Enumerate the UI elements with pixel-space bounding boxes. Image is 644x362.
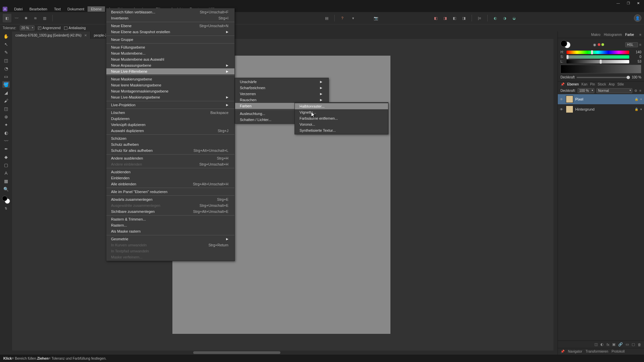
- menu-item[interactable]: Voronoi...: [295, 121, 388, 127]
- quick-mask-icon[interactable]: ▤: [322, 14, 331, 22]
- persona-develop-icon[interactable]: ✺: [21, 14, 30, 22]
- menu-item[interactable]: Neue Maskierungsebene: [106, 76, 234, 82]
- swap-colors-icon[interactable]: ⇅: [2, 205, 10, 212]
- layer-delete-icon[interactable]: 🗑: [638, 343, 641, 347]
- menu-item[interactable]: Bereich füllen verblassen...Strg+Umschal…: [106, 9, 234, 15]
- menu-bearbeiten[interactable]: Bearbeiten: [26, 6, 51, 12]
- menu-dokument[interactable]: Dokument: [64, 6, 88, 12]
- snapshot-icon[interactable]: 📷: [372, 14, 380, 22]
- menu-item[interactable]: Neue Live-Maskierungsebene▶: [106, 94, 234, 100]
- lig-slider[interactable]: [567, 60, 629, 63]
- menu-item[interactable]: Auswahl duplizierenStrg+J: [106, 128, 234, 134]
- blend-mode-dropdown[interactable]: Normal: [596, 88, 632, 93]
- panel-tab-navigator[interactable]: Navigator: [568, 350, 582, 353]
- clone-tool-icon[interactable]: ⊕: [2, 113, 10, 120]
- menu-item[interactable]: Neue Live-Filterebene▶: [106, 68, 234, 74]
- menu-item[interactable]: Rastern & Trimmen...: [106, 216, 234, 222]
- menu-item[interactable]: Geometrie▶: [106, 236, 234, 242]
- arrange-backward-icon[interactable]: ◨: [460, 14, 468, 22]
- boolean-subtract-icon[interactable]: ◑: [500, 14, 509, 22]
- document-tab[interactable]: cowboy-67630_1920.jpg [Geändert] (42.8%)…: [12, 32, 91, 39]
- menu-item[interactable]: Neue Montagenmaskierungsebene: [106, 88, 234, 94]
- close-tab-icon[interactable]: ✕: [84, 34, 87, 37]
- color-swatches[interactable]: [2, 196, 10, 204]
- window-maximize-button[interactable]: ❐: [623, 0, 633, 6]
- color-gradient-strip[interactable]: [560, 65, 641, 73]
- hue-value[interactable]: 140: [631, 50, 641, 54]
- menu-item[interactable]: Andere ausblendenStrg+H: [106, 155, 234, 161]
- menu-item[interactable]: Neue Gruppe: [106, 37, 234, 43]
- text-tool-icon[interactable]: A: [2, 170, 10, 176]
- menu-item[interactable]: Rastern...: [106, 222, 234, 228]
- contiguous-checkbox[interactable]: ✓Angrenzend: [38, 26, 61, 30]
- menu-item[interactable]: Vignette...: [295, 109, 388, 115]
- arrange-front-icon[interactable]: ◧: [431, 14, 440, 22]
- menu-item[interactable]: LöschenBackspace: [106, 110, 234, 116]
- menu-item[interactable]: Alle im Panel "Ebenen" reduzieren: [106, 189, 234, 195]
- pin-icon[interactable]: 📌: [560, 350, 565, 353]
- panel-tab-farbe[interactable]: Farbe: [625, 33, 634, 37]
- menu-datei[interactable]: Datei: [11, 6, 26, 12]
- menu-item[interactable]: Farbsäume entfernen...: [295, 115, 388, 121]
- zoom-tool-icon[interactable]: 🔍: [2, 186, 10, 192]
- vertical-scrollbar[interactable]: [553, 39, 557, 351]
- panel-tab-protokoll[interactable]: Protokoll: [611, 350, 625, 353]
- align-icon[interactable]: |≡: [475, 14, 484, 22]
- menu-item[interactable]: Unschärfe▶: [235, 79, 328, 85]
- hue-slider[interactable]: [567, 51, 629, 54]
- menu-item[interactable]: Einblenden: [106, 175, 234, 181]
- menu-item[interactable]: Ausblenden: [106, 169, 234, 175]
- visibility-icon[interactable]: 👁: [560, 98, 564, 101]
- panel-menu-icon[interactable]: ≡: [639, 33, 641, 37]
- sat-value[interactable]: 0: [631, 55, 641, 59]
- mesh-tool-icon[interactable]: ▦: [2, 178, 10, 184]
- help-icon[interactable]: ?: [338, 14, 347, 22]
- lig-value[interactable]: 53: [631, 60, 641, 63]
- layers-tab-anp[interactable]: Anp: [609, 82, 615, 86]
- horizontal-scrollbar[interactable]: [12, 351, 557, 355]
- move-tool-icon[interactable]: ↖: [2, 41, 10, 48]
- panel-tab-makro[interactable]: Makro: [591, 33, 600, 37]
- menu-item[interactable]: Abwärts zusammenlegenStrg+E: [106, 196, 234, 202]
- smudge-tool-icon[interactable]: 〰: [2, 137, 10, 144]
- layer-mask-icon[interactable]: ◫: [594, 342, 598, 347]
- node-tool-icon[interactable]: ◆: [2, 154, 10, 160]
- persona-liquify-icon[interactable]: 〰: [12, 14, 21, 22]
- color-mode-dropdown[interactable]: HSL: [625, 42, 638, 47]
- erase-tool-icon[interactable]: ◫: [2, 105, 10, 112]
- menu-item[interactable]: Live-Projektion▶: [106, 102, 234, 108]
- menu-item[interactable]: Alle einblendenStrg+Alt+Umschalt+H: [106, 181, 234, 187]
- layer-adjust-icon[interactable]: ◐: [600, 342, 604, 347]
- color-picker-tool-icon[interactable]: ✎: [2, 49, 10, 56]
- lock-icon[interactable]: 🔒: [635, 98, 638, 101]
- help-dropdown-icon[interactable]: ▾: [349, 14, 358, 22]
- menu-item[interactable]: Schutz aufheben: [106, 141, 234, 147]
- menu-item[interactable]: Synthetisierte Textur...: [295, 127, 388, 133]
- paint-brush-tool-icon[interactable]: 🖌: [2, 97, 10, 104]
- layer-link-icon[interactable]: 🔗: [618, 342, 623, 347]
- user-avatar-icon[interactable]: 👤: [634, 14, 641, 22]
- layers-tab-pin[interactable]: Pin: [590, 82, 595, 86]
- pin-icon[interactable]: 📌: [560, 82, 565, 86]
- pen-tool-icon[interactable]: ✒: [2, 145, 10, 152]
- window-minimize-button[interactable]: —: [613, 0, 623, 6]
- tolerance-input[interactable]: 20 %: [20, 25, 35, 31]
- window-close-button[interactable]: ✕: [633, 0, 643, 6]
- arrange-forward-icon[interactable]: ◧: [450, 14, 459, 22]
- layer-add-icon[interactable]: ▢: [632, 342, 635, 347]
- menu-ebene[interactable]: Ebene: [88, 6, 105, 12]
- panel-tab-histogramm[interactable]: Histogramm: [604, 33, 622, 37]
- menu-item[interactable]: Halbtonraster...: [295, 103, 388, 109]
- boolean-add-icon[interactable]: ◐: [491, 14, 500, 22]
- menu-item[interactable]: Schutz für alles aufhebenStrg+Alt+Umscha…: [106, 147, 234, 154]
- color-wells[interactable]: [560, 40, 572, 49]
- menu-item[interactable]: Schützen: [106, 135, 234, 141]
- menu-item[interactable]: Neue Füllungsebene: [106, 44, 234, 50]
- inpaint-tool-icon[interactable]: ✦: [2, 121, 10, 128]
- selection-brush-tool-icon[interactable]: ◔: [2, 65, 10, 72]
- boolean-intersect-icon[interactable]: ◒: [510, 14, 519, 22]
- menu-item[interactable]: Neue Musterebene aus Auswahl: [106, 56, 234, 62]
- menu-item[interactable]: Verknüpft duplizieren: [106, 122, 234, 128]
- layer-crop-icon[interactable]: ▣: [612, 342, 615, 347]
- menu-item[interactable]: Neue Ebene aus Snapshot erstellen▶: [106, 29, 234, 35]
